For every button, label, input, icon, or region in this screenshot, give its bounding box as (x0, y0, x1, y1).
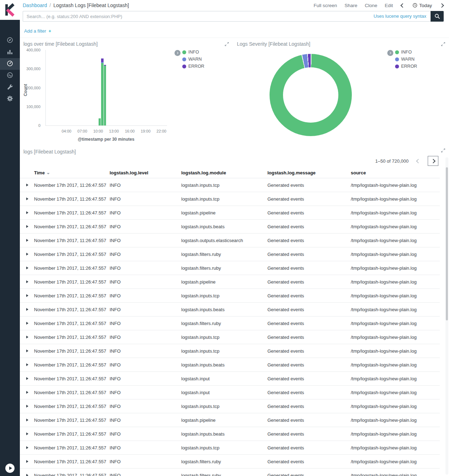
table-row: November 17th 2017, 11:26:47.557INFOlogs… (20, 469, 440, 476)
time-forward-button[interactable] (439, 3, 444, 8)
table-row: November 17th 2017, 11:26:47.557INFOlogs… (20, 289, 440, 303)
top-bar: Dashboard / Logstash Logs [Filebeat Logs… (20, 0, 449, 11)
cell-time: November 17th 2017, 11:26:47.557 (34, 376, 110, 381)
nav-visualize[interactable] (0, 46, 20, 58)
nav-dashboard[interactable] (0, 58, 20, 70)
gear-icon (7, 95, 13, 103)
expand-row-button[interactable] (20, 197, 34, 200)
cell-module: logstash.input (181, 376, 267, 381)
cell-time: November 17th 2017, 11:26:47.557 (34, 210, 110, 215)
expand-row-button[interactable] (20, 474, 34, 476)
expand-row-button[interactable] (20, 432, 34, 435)
expand-row-button[interactable] (20, 239, 34, 242)
expand-row-button[interactable] (20, 280, 34, 283)
bar-segment-info[interactable] (101, 63, 103, 125)
clone-button[interactable]: Clone (365, 3, 377, 8)
expand-panel-icon[interactable] (441, 148, 445, 153)
column-header-module[interactable]: logstash.log.module (181, 170, 267, 175)
cell-source: /tmp/logstash-logs/new-plain.log (351, 196, 440, 202)
nav-discover[interactable] (0, 35, 20, 46)
table-row: November 17th 2017, 11:26:47.557INFOlogs… (20, 247, 440, 261)
expand-row-button[interactable] (20, 419, 34, 421)
caret-right-icon (26, 391, 28, 394)
collapse-nav-button[interactable] (5, 464, 15, 473)
bar-segment-info[interactable] (104, 66, 106, 125)
expand-row-button[interactable] (20, 294, 34, 297)
add-filter-button[interactable]: Add a filter + (24, 28, 51, 34)
bar-segment-warn[interactable] (101, 62, 103, 63)
column-header-level[interactable]: logstash.log.level (110, 170, 181, 175)
share-button[interactable]: Share (344, 3, 357, 8)
full-screen-button[interactable]: Full screen (314, 3, 337, 8)
next-page-button[interactable] (428, 156, 438, 166)
expand-panel-icon[interactable] (224, 42, 229, 46)
info-legend-dot (395, 50, 399, 54)
legend-item-warn[interactable]: WARN (395, 57, 417, 62)
cell-module: logstash.filters.ruby (181, 459, 267, 464)
expand-row-button[interactable] (20, 460, 34, 463)
legend-item-info[interactable]: INFO (182, 50, 204, 55)
time-back-button[interactable] (400, 3, 405, 8)
search-button[interactable] (431, 11, 444, 22)
expand-row-button[interactable] (20, 446, 34, 449)
x-tick-label: 07:00 (77, 129, 87, 133)
caret-right-icon (26, 225, 28, 228)
expand-row-button[interactable] (20, 211, 34, 214)
expand-row-button[interactable] (20, 405, 34, 408)
caret-right-icon (26, 405, 28, 408)
expand-row-button[interactable] (20, 308, 34, 311)
caret-right-icon (26, 349, 28, 352)
legend-item-error[interactable]: ERROR (395, 64, 417, 69)
expand-row-button[interactable] (20, 225, 34, 228)
prev-page-button[interactable] (413, 156, 423, 166)
cell-time: November 17th 2017, 11:26:47.557 (34, 390, 110, 395)
cell-time: November 17th 2017, 11:26:47.557 (34, 252, 110, 257)
bar-segment-info[interactable] (99, 118, 101, 125)
scrollbar-thumb[interactable] (446, 167, 448, 320)
bar-segment-error[interactable] (104, 65, 106, 66)
chevron-right-icon (439, 3, 444, 8)
legend-item-error[interactable]: ERROR (182, 64, 204, 69)
expand-row-button[interactable] (20, 322, 34, 325)
expand-row-button[interactable] (20, 253, 34, 256)
cell-module: logstash.inputs.tcp (181, 348, 267, 354)
cell-level: INFO (110, 362, 181, 368)
legend-label: ERROR (188, 64, 204, 69)
legend-item-warn[interactable]: WARN (182, 57, 204, 62)
cell-level: INFO (110, 321, 181, 326)
expand-row-button[interactable] (20, 391, 34, 394)
expand-row-button[interactable] (20, 184, 34, 186)
expand-row-button[interactable] (20, 349, 34, 352)
legend-item-info[interactable]: INFO (395, 50, 417, 55)
expand-row-button[interactable] (20, 377, 34, 380)
kibana-logo[interactable] (0, 0, 20, 20)
global-nav-sidebar (0, 0, 20, 476)
expand-row-button[interactable] (20, 363, 34, 366)
nav-dev-tools[interactable] (0, 82, 20, 93)
log-table-body: November 17th 2017, 11:26:47.557INFOlogs… (20, 178, 440, 476)
nav-management[interactable] (0, 93, 20, 105)
legend-toggle-button[interactable] (387, 50, 393, 56)
caret-right-icon (26, 474, 28, 476)
legend-toggle-button[interactable] (174, 50, 181, 56)
kibana-logo-icon (0, 0, 20, 20)
bar-segment-error[interactable] (101, 58, 103, 62)
breadcrumb-dashboard-link[interactable]: Dashboard (23, 2, 47, 8)
log-table: Time logstash.log.level logstash.log.mod… (20, 167, 440, 476)
expand-row-button[interactable] (20, 267, 34, 269)
lucene-syntax-link[interactable]: Uses lucene query syntax (373, 13, 426, 19)
gauge-icon (7, 60, 13, 68)
today-button[interactable]: Today (412, 3, 432, 8)
cell-source: /tmp/logstash-logs/new-plain.log (351, 445, 440, 450)
column-header-time[interactable]: Time (34, 170, 110, 175)
expand-panel-icon[interactable] (441, 42, 445, 46)
expand-row-button[interactable] (20, 336, 34, 338)
nav-timelion[interactable] (0, 70, 20, 82)
cell-source: /tmp/logstash-logs/new-plain.log (351, 321, 440, 326)
caret-right-icon (26, 336, 28, 338)
edit-button[interactable]: Edit (385, 3, 393, 8)
app-nav (0, 35, 20, 105)
column-header-source[interactable]: source (351, 170, 440, 175)
search-input[interactable] (23, 11, 431, 22)
column-header-message[interactable]: logstash.log.message (267, 170, 351, 175)
